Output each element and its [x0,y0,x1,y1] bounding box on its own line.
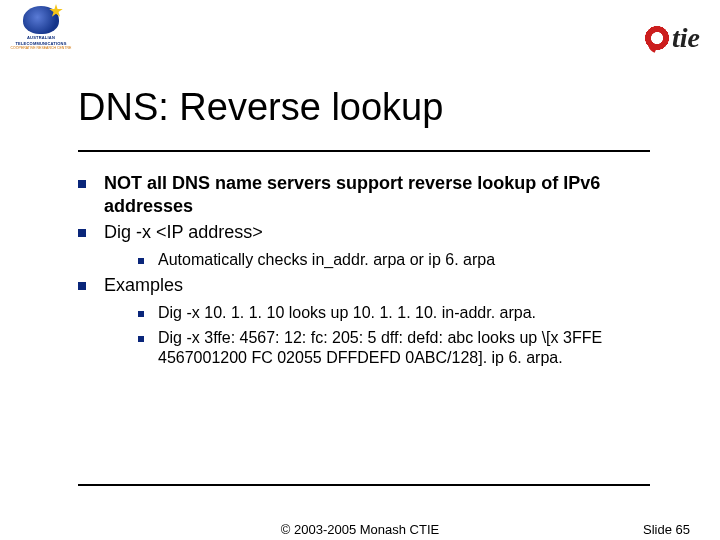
footer-page-number: Slide 65 [643,522,690,537]
logo-australian-telecom: AUSTRALIAN TELECOMMUNICATIONS COOPERATIV… [10,6,72,68]
bullet-level2: Dig -x 10. 1. 1. 10 looks up 10. 1. 1. 1… [138,303,668,324]
bullet-text: Examples [104,274,668,297]
slide-title: DNS: Reverse lookup [78,86,443,129]
divider-top [78,150,650,152]
bullet-text: Dig -x 3ffe: 4567: 12: fc: 205: 5 dff: d… [158,328,668,370]
bullet-text: Dig -x 10. 1. 1. 10 looks up 10. 1. 1. 1… [158,303,668,324]
square-bullet-icon [138,311,144,317]
bullet-text: NOT all DNS name servers support reverse… [104,172,668,217]
sublist: Automatically checks in_addr. arpa or ip… [138,250,668,271]
bullet-level2: Dig -x 3ffe: 4567: 12: fc: 205: 5 dff: d… [138,328,668,370]
bullet-level1: NOT all DNS name servers support reverse… [78,172,668,217]
bullet-text: Dig -x <IP address> [104,221,668,244]
logo-ctie: tie [643,22,700,54]
square-bullet-icon [78,282,86,290]
logo-left-line3: COOPERATIVE RESEARCH CENTRE [11,47,72,51]
logo-left-line1: AUSTRALIAN [27,36,55,40]
c-swirl-icon [643,24,671,52]
slide: AUSTRALIAN TELECOMMUNICATIONS COOPERATIV… [0,0,720,540]
logo-right-text: tie [672,22,700,54]
bullet-level2: Automatically checks in_addr. arpa or ip… [138,250,668,271]
bullet-level1: Examples [78,274,668,297]
bullet-text: Automatically checks in_addr. arpa or ip… [158,250,668,271]
square-bullet-icon [138,336,144,342]
square-bullet-icon [138,258,144,264]
divider-bottom [78,484,650,486]
sublist: Dig -x 10. 1. 1. 10 looks up 10. 1. 1. 1… [138,303,668,369]
square-bullet-icon [78,229,86,237]
square-bullet-icon [78,180,86,188]
bullet-level1: Dig -x <IP address> [78,221,668,244]
footer-copyright: © 2003-2005 Monash CTIE [0,522,720,537]
globe-icon [23,6,59,34]
content-area: NOT all DNS name servers support reverse… [78,172,668,373]
